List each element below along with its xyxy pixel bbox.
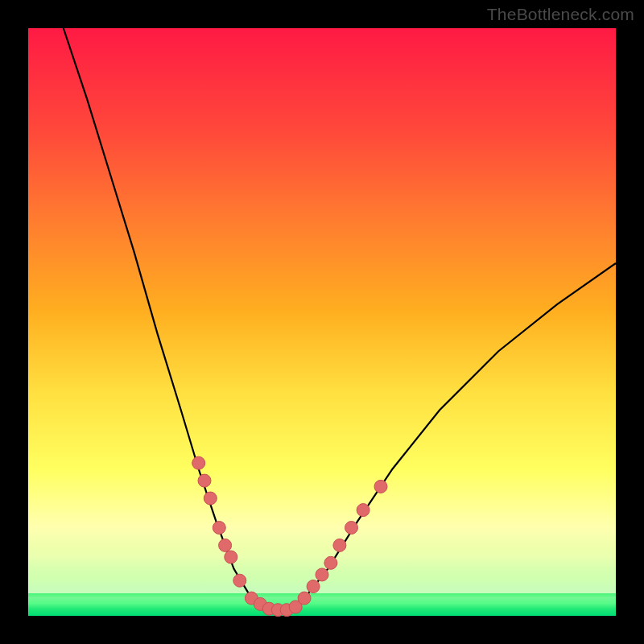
curve-marker [233,574,246,587]
curve-marker [298,592,311,605]
curve-marker [213,522,225,535]
plot-area [28,28,616,616]
curve-marker [192,456,205,469]
bottleneck-curve [64,28,616,610]
watermark-text: TheBottleneck.com [487,5,634,24]
curve-marker [324,556,337,569]
curve-marker [357,504,369,517]
curve-marker [316,568,328,581]
chart-frame: TheBottleneck.com [0,0,644,644]
curve-marker [307,580,320,593]
curve-marker [204,492,217,505]
chart-svg [28,28,616,616]
curve-marker [219,539,232,551]
curve-marker [345,522,358,535]
curve-marker [198,474,211,487]
curve-marker [333,539,346,551]
curve-marker [225,551,237,564]
curve-marker [374,480,387,493]
